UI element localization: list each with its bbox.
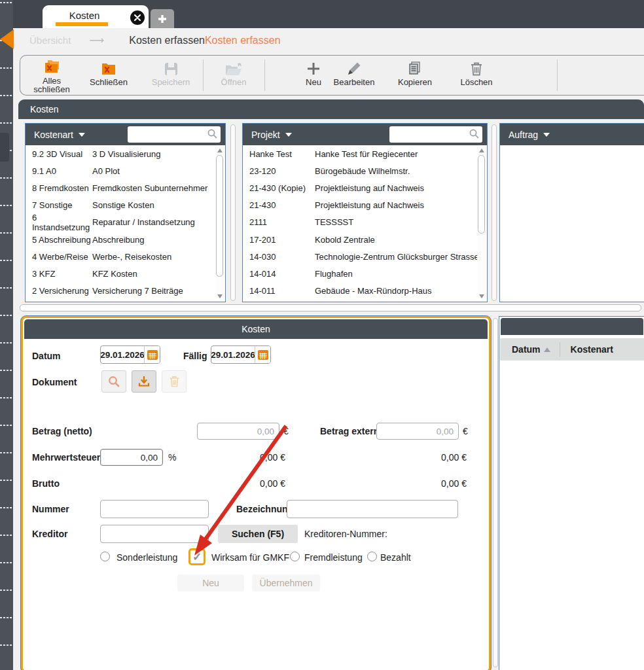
folders-close-icon (43, 59, 60, 75)
faellig-field[interactable]: 29.01.2026 (211, 345, 271, 364)
uebernehmen-button[interactable]: Übernehmen (252, 574, 320, 591)
kostenart-search-input[interactable] (128, 126, 221, 143)
toolbar-button-alles-schliessen[interactable]: Alles schließen (26, 59, 78, 93)
faellig-calendar-button[interactable] (255, 346, 270, 363)
auftrag-dropdown[interactable]: Auftrag (509, 130, 538, 140)
bezeichnung-input[interactable] (287, 500, 458, 518)
toolbar-button-speichern[interactable]: Speichern (145, 59, 197, 93)
fremdleistung-radio[interactable] (290, 552, 300, 561)
breadcrumb-root[interactable]: Übersicht (29, 35, 71, 46)
kostenart-scrollbar[interactable] (215, 146, 224, 301)
pencil-icon (347, 59, 361, 76)
kostenart-dropdown[interactable]: Kostenart (34, 130, 73, 140)
projekt-panel: Projekt Hanke Test Hanke Test für Regiec… (242, 123, 488, 302)
new-tab-button[interactable] (151, 9, 174, 28)
kostenart-list-item[interactable]: 9.2 3D Visual 3 D Visualisierung (26, 145, 215, 162)
suchen-button[interactable]: Suchen (F5) (218, 525, 298, 543)
plus-icon (306, 59, 321, 76)
projekt-list: Hanke Test Hanke Test für Regiecenter 23… (243, 145, 477, 302)
toolbar-button-oeffnen[interactable]: Öffnen (209, 59, 259, 93)
projekt-search-input[interactable] (389, 126, 482, 143)
projekt-list-item[interactable]: 21-430 (Kopie) Projektleistung auf Nachw… (243, 179, 477, 196)
kosten-form-panel: Kosten Datum 29.01.2026 Fällig 29.01.202… (21, 316, 491, 670)
panel-splitter[interactable] (492, 124, 497, 301)
sonderleistung-radio[interactable] (100, 552, 110, 561)
projekt-panel-header: Projekt (243, 124, 487, 145)
sonderleistung-label: Sonderleistung (116, 552, 177, 563)
projekt-list-item[interactable]: 2111 TESSSST (243, 214, 477, 231)
nummer-input[interactable] (100, 500, 209, 518)
dokument-search-button[interactable] (101, 370, 126, 393)
toolbar-button-loeschen[interactable]: Löschen (448, 59, 505, 93)
close-icon (134, 14, 141, 21)
wirksam-gmkf-checkbox[interactable]: ✓ (188, 548, 206, 565)
scroll-down-icon[interactable] (479, 294, 484, 298)
scroll-up-icon[interactable] (217, 149, 223, 152)
scrollbar-thumb[interactable] (216, 155, 223, 277)
projekt-scrollbar[interactable] (477, 146, 486, 301)
section-title-bar: Kosten (18, 99, 644, 119)
kostenart-list-item[interactable]: 4 Werbe/Reise Werbe-, Reisekosten (26, 248, 215, 265)
bezahlt-radio[interactable] (367, 552, 377, 561)
kreditor-input[interactable] (100, 525, 209, 543)
copy-icon (408, 59, 422, 76)
faellig-value[interactable]: 29.01.2026 (211, 346, 255, 363)
kostenart-list-item[interactable]: 3 KFZ KFZ Kosten (26, 265, 215, 282)
projekt-list-item[interactable]: 21-430 Projektleistung auf Nachweis (243, 197, 477, 214)
kostenart-list-item[interactable]: 6 Instandsetzung Reparatur / Instandsetz… (26, 214, 215, 231)
kosten-result-panel: Datum Kostenart (499, 316, 644, 670)
tab-label: Kosten (43, 10, 126, 21)
neu-button[interactable]: Neu (177, 574, 244, 591)
column-header-datum[interactable]: Datum (512, 344, 550, 355)
calendar-icon (257, 349, 269, 361)
kostenart-list-item[interactable]: 5 Abschreibung Abschreibung (26, 231, 215, 248)
toolbar-button-kopieren[interactable]: Kopieren (387, 59, 443, 93)
tab-close-button[interactable] (130, 10, 145, 25)
chevron-down-icon (79, 133, 85, 137)
panel-splitter[interactable] (493, 318, 498, 667)
chevron-down-icon (285, 133, 292, 137)
dokument-import-button[interactable] (132, 370, 156, 393)
projekt-list-item[interactable]: 23-120 Bürogebäude Wilhelmstr. (243, 162, 477, 179)
kreditoren-nummer-label: Kreditoren-Nummer: (304, 529, 387, 539)
scrollbar-thumb[interactable] (478, 155, 485, 234)
datum-field[interactable]: 29.01.2026 (100, 345, 160, 364)
horizontal-scrollbar[interactable] (20, 304, 641, 311)
betrag-netto-label: Betrag (netto) (32, 426, 92, 436)
sidebar-handle[interactable] (0, 133, 9, 162)
tab-kosten[interactable]: Kosten (43, 5, 149, 28)
projekt-list-item[interactable]: 14-030 Technologie-Zentrum Glücksburger … (243, 248, 477, 265)
bezahlt-label: Bezahlt (380, 552, 411, 563)
scroll-up-icon[interactable] (479, 149, 484, 152)
trash-icon (169, 376, 180, 387)
toolbar-button-schliessen[interactable]: Schließen (84, 59, 133, 93)
datum-calendar-button[interactable] (144, 346, 160, 363)
fremdleistung-label: Fremdleistung (304, 552, 363, 563)
kostenart-list-item[interactable]: 2 Versicherung Versicherung 7 Beiträge (26, 283, 215, 300)
betrag-netto-input[interactable] (197, 423, 279, 440)
column-separator (560, 342, 560, 357)
kostenart-list-item[interactable]: 7 Sonstige Sonstige Kosten (26, 197, 215, 214)
brutto-amount-right: 0,00 € (399, 478, 467, 489)
mehrwertsteuer-input[interactable] (100, 449, 163, 466)
column-header-kostenart[interactable]: Kostenart (571, 344, 613, 355)
betrag-extern-input[interactable] (376, 423, 459, 440)
collapse-panel-arrow-icon[interactable] (0, 29, 14, 49)
faellig-label: Fällig (183, 351, 207, 361)
tab-bar: Kosten (13, 0, 644, 28)
result-panel-header (501, 318, 643, 335)
kostenart-list-item[interactable]: 9.1 A0 A0 Plot (26, 162, 215, 179)
datum-value[interactable]: 29.01.2026 (101, 346, 144, 363)
projekt-dropdown[interactable]: Projekt (251, 130, 280, 140)
dokument-delete-button[interactable] (162, 370, 187, 393)
projekt-list-item[interactable]: 17-201 Kobold Zentrale (243, 231, 477, 248)
toolbar-button-bearbeiten[interactable]: Bearbeiten (326, 59, 382, 93)
panel-splitter[interactable] (230, 124, 236, 301)
scroll-down-icon[interactable] (217, 294, 223, 298)
projekt-list-item[interactable]: Hanke Test Hanke Test für Regiecenter (243, 145, 477, 162)
projekt-list-item[interactable]: 14-014 Flughafen (243, 265, 477, 282)
left-sidebar-rail[interactable] (0, 0, 13, 670)
kostenart-list-item[interactable]: 8 Fremdkosten Fremdkosten Subunternehmer (26, 179, 215, 196)
projekt-list-item[interactable]: 14-011 Gebäude - Max-Ründorp-Haus (243, 283, 477, 300)
kostenart-panel: Kostenart 9.2 3D Visual 3 D Visualisieru… (25, 123, 226, 302)
